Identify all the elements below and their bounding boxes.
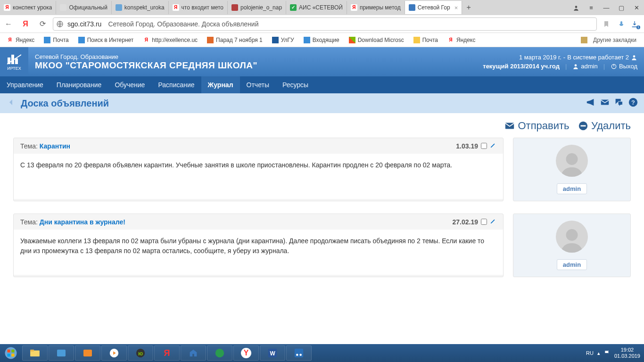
browser-tab[interactable]: konspekt_uroka xyxy=(112,1,169,14)
nav-back-button[interactable]: ← xyxy=(0,20,17,28)
bookmark-item[interactable]: Почта xyxy=(410,37,442,43)
announcement-row: Тема: Карантин 1.03.19 С 13 февраля по 2… xyxy=(13,138,631,201)
mic-icon[interactable] xyxy=(614,20,629,28)
announcement-topic-link[interactable]: Дни карантина в журнале! xyxy=(40,218,125,226)
announcement-header: Тема: Карантин 1.03.19 xyxy=(14,138,503,154)
forum-icon[interactable] xyxy=(614,97,624,109)
delete-button[interactable]: Удалить xyxy=(578,120,631,132)
bookmark-item[interactable]: ЯЯндекс xyxy=(3,37,38,43)
bookmark-favicon xyxy=(349,37,355,43)
task-media[interactable] xyxy=(75,346,100,361)
tab-label: Официальный xyxy=(69,4,107,11)
mail-icon[interactable] xyxy=(600,97,610,109)
other-bookmarks[interactable]: Другие закладки xyxy=(593,37,641,43)
bookmark-item[interactable] xyxy=(577,37,591,43)
nav-otchety[interactable]: Отчеты xyxy=(240,76,276,93)
bookmark-item[interactable]: Яhttp://exellence.uc xyxy=(139,37,201,43)
select-checkbox[interactable] xyxy=(481,143,487,149)
task-yandex[interactable]: Я xyxy=(154,346,180,361)
nav-planirovanie[interactable]: Планирование xyxy=(50,76,108,93)
page-bar: Доска объявлений ? xyxy=(0,93,644,113)
bookmark-label: УлГУ xyxy=(281,37,294,43)
task-snip[interactable] xyxy=(286,346,312,361)
bookmark-item[interactable]: Входящие xyxy=(300,37,343,43)
browser-tab-active[interactable]: Сетевой Гор × xyxy=(405,1,462,14)
task-app[interactable] xyxy=(49,346,74,361)
page-back-button[interactable] xyxy=(6,97,17,110)
window-close-icon[interactable]: ✕ xyxy=(629,4,644,11)
play-icon xyxy=(109,348,119,358)
announcement-topic-link[interactable]: Карантин xyxy=(40,142,70,150)
task-utorrent[interactable]: ю xyxy=(128,346,153,361)
app-logo[interactable]: ИРТЕХ xyxy=(0,47,28,76)
bookmark-item[interactable]: Download Microsc xyxy=(345,37,408,43)
author-name[interactable]: admin xyxy=(557,183,587,194)
yandex-button[interactable]: Я xyxy=(17,20,34,28)
browser-tab[interactable]: Официальный xyxy=(56,1,111,14)
omnibox[interactable]: sgo.cit73.ru Сетевой Город. Образование.… xyxy=(53,17,597,31)
svg-rect-26 xyxy=(83,350,92,356)
new-tab-button[interactable]: + xyxy=(462,3,475,12)
browser-tab[interactable]: Я конспект урока xyxy=(0,1,56,14)
logout-link[interactable]: Выход xyxy=(611,63,637,70)
globe-icon xyxy=(56,20,64,28)
task-word[interactable]: W xyxy=(260,346,285,361)
announcement-body: Уважаемые коллеги 13 февраля по 02 марта… xyxy=(14,230,503,275)
tab-label: примеры метод xyxy=(360,4,401,11)
task-explorer[interactable] xyxy=(22,346,48,361)
tab-favicon: Я xyxy=(173,4,179,11)
bookmark-item[interactable]: Поиск в Интернет xyxy=(74,37,138,43)
select-checkbox[interactable] xyxy=(481,219,487,225)
window-user-icon[interactable] xyxy=(569,4,584,11)
clock[interactable]: 19:02 01.03.2019 xyxy=(614,347,640,359)
task-browser[interactable]: Y xyxy=(233,346,259,361)
flag-icon[interactable] xyxy=(604,350,611,356)
edit-button[interactable] xyxy=(490,142,496,150)
logo-caption: ИРТЕХ xyxy=(7,66,21,71)
announcement-body: С 13 февраля по 20 февраля объявлен кара… xyxy=(14,154,503,199)
lang-indicator[interactable]: RU xyxy=(586,350,594,356)
browser-tab[interactable]: ✓ АИС «СЕТЕВОЙ xyxy=(286,1,347,14)
scissors-icon xyxy=(294,348,304,358)
svg-rect-34 xyxy=(295,349,303,357)
svg-rect-25 xyxy=(57,350,66,356)
bookmark-item[interactable]: Почта xyxy=(40,37,72,43)
bookmark-item[interactable]: Парад 7 ноября 1 xyxy=(203,37,266,43)
word-icon: W xyxy=(267,348,278,358)
close-icon[interactable]: × xyxy=(454,4,458,11)
megaphone-icon[interactable] xyxy=(586,97,596,109)
reload-button[interactable]: ⟳ xyxy=(34,19,51,28)
browser-tab[interactable]: Я примеры метод xyxy=(347,1,405,14)
tab-favicon: ✓ xyxy=(290,4,297,11)
start-button[interactable] xyxy=(0,344,22,362)
task-app2[interactable] xyxy=(181,346,206,361)
send-button[interactable]: Отправить xyxy=(504,120,569,132)
utorrent-icon: ю xyxy=(135,348,146,358)
bookmark-item[interactable]: УлГУ xyxy=(268,37,298,43)
bookmark-item[interactable]: ЯЯндекс xyxy=(444,37,479,43)
nav-obuchenie[interactable]: Обучение xyxy=(108,76,151,93)
author-name[interactable]: admin xyxy=(557,259,587,270)
nav-resursy[interactable]: Ресурсы xyxy=(276,76,315,93)
browser-tab[interactable]: Я что входит мето xyxy=(169,1,228,14)
downloads-icon[interactable]: 1 xyxy=(629,20,644,28)
nav-upravlenie[interactable]: Управление xyxy=(0,76,50,93)
task-player[interactable] xyxy=(101,346,127,361)
browser-tab[interactable]: polojenie_o_nap xyxy=(228,1,286,14)
nav-zhurnal[interactable]: Журнал xyxy=(201,76,240,93)
school-year[interactable]: текущий 2013/2014 уч.год xyxy=(483,63,560,70)
edit-button[interactable] xyxy=(490,218,496,226)
avatar xyxy=(556,221,588,253)
window-menu-icon[interactable]: ≡ xyxy=(584,4,599,11)
user-icon xyxy=(572,63,579,70)
svg-rect-19 xyxy=(8,350,10,353)
task-app3[interactable] xyxy=(207,346,232,361)
nav-raspisanie[interactable]: Расписание xyxy=(151,76,201,93)
window-maximize-icon[interactable]: ▢ xyxy=(614,4,629,11)
tray-chevron-icon[interactable]: ▴ xyxy=(597,350,600,356)
bookmark-icon[interactable] xyxy=(599,20,614,28)
window-minimize-icon[interactable]: — xyxy=(599,4,614,11)
system-tray[interactable]: RU ▴ 19:02 01.03.2019 xyxy=(582,347,644,359)
help-icon[interactable]: ? xyxy=(628,97,638,109)
user-link[interactable]: admin xyxy=(572,63,597,70)
